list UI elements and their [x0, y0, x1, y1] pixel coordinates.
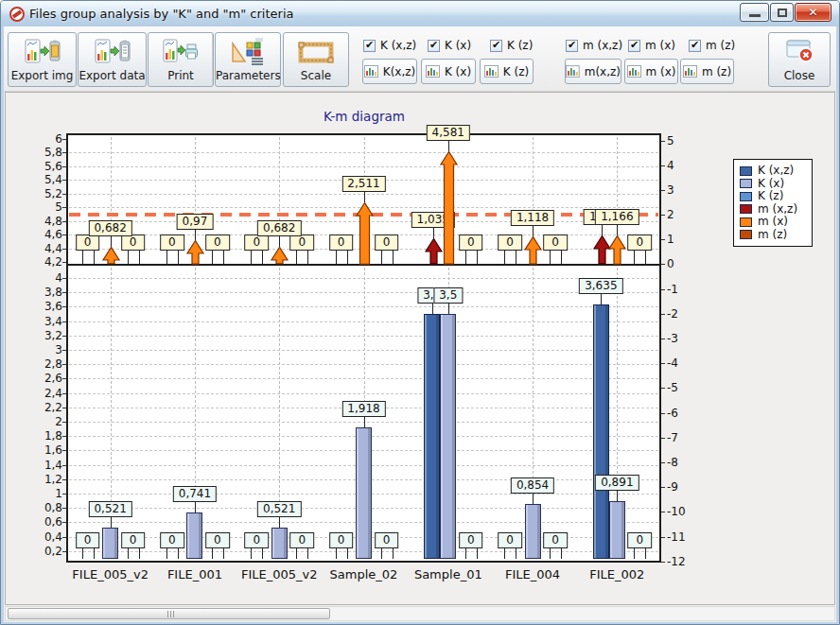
axis-tick: [62, 350, 66, 351]
axis-tick: [62, 479, 66, 480]
label-connector: [432, 304, 433, 314]
label-connector: [279, 236, 280, 247]
grid-line-h: [69, 378, 658, 379]
axis-label-left: 0,6: [30, 515, 62, 529]
legend-label: K (z): [758, 190, 783, 202]
axis-label-left: 5,2: [30, 187, 62, 200]
zero-leg: [504, 251, 505, 264]
zero-leg: [645, 251, 646, 264]
axis-label-right: 5: [667, 134, 674, 148]
axis-tick: [62, 321, 66, 322]
axis-tick: [62, 465, 66, 466]
legend-label: K (x,z): [758, 165, 794, 177]
axis-tick: [661, 314, 665, 315]
legend-label: m (z): [758, 229, 787, 241]
zero-leg: [550, 548, 551, 559]
axis-label-left: 2,8: [30, 357, 62, 371]
zero-leg: [262, 548, 263, 559]
zero-leg: [178, 251, 179, 264]
axis-tick: [62, 508, 66, 509]
legend-item: K (x): [740, 178, 806, 191]
scrollbar-thumb[interactable]: [8, 608, 330, 619]
axis-label-left: 0,4: [30, 530, 62, 544]
zero-leg: [251, 548, 252, 559]
zero-leg: [212, 251, 213, 264]
zero-leg: [634, 251, 635, 264]
grid-line-h: [69, 350, 658, 351]
value-label: 1,118: [511, 210, 554, 226]
axis-label-left: 3: [30, 343, 62, 356]
m-arrow: [524, 236, 542, 266]
axis-label-left: 1,4: [30, 459, 62, 472]
zero-leg: [139, 251, 140, 264]
legend-item: m (x): [740, 216, 806, 229]
zero-leg: [223, 548, 224, 559]
axis-label-right: -8: [667, 456, 678, 469]
zero-leg: [139, 548, 140, 559]
axis-tick: [62, 336, 66, 337]
axis-tick: [661, 487, 665, 488]
horizontal-scrollbar[interactable]: [5, 606, 835, 621]
zero-leg: [307, 251, 308, 264]
grid-line-h: [69, 152, 658, 153]
axis-label-left: 2: [30, 415, 62, 428]
axis-label-left: 3,4: [30, 315, 62, 328]
zero-leg: [82, 251, 83, 264]
zero-leg: [381, 251, 382, 264]
zero-leg: [223, 251, 224, 264]
axis-tick: [62, 422, 66, 423]
zero-label: 0: [329, 234, 354, 251]
axis-tick: [62, 537, 66, 538]
k-bar: [356, 427, 372, 559]
zero-leg: [296, 548, 297, 559]
x-axis-label: FILE_004: [505, 567, 560, 582]
zero-label: 0: [244, 234, 269, 251]
axis-tick: [661, 190, 665, 191]
axis-tick: [62, 393, 66, 394]
label-connector: [364, 192, 365, 202]
label-connector: [111, 236, 112, 247]
grid-line-h: [69, 306, 658, 307]
zero-leg: [212, 548, 213, 559]
value-label: 2,511: [341, 176, 385, 192]
axis-label-right: 0: [667, 257, 674, 270]
axis-tick: [661, 438, 665, 439]
legend-label: m (x,z): [758, 203, 797, 216]
zero-leg: [82, 548, 83, 559]
legend: K (x,z)K (x)K (z)m (x,z)m (x)m (z): [733, 159, 813, 247]
zero-label: 0: [543, 234, 568, 251]
k-bar: [593, 304, 609, 559]
axis-label-right: -12: [667, 555, 686, 568]
axis-tick: [62, 221, 66, 222]
zero-leg: [516, 251, 516, 264]
grid-line-h: [69, 364, 658, 365]
axis-label-left: 1,8: [30, 429, 62, 443]
axis-label-left: 5,6: [30, 160, 62, 173]
zero-leg: [262, 251, 263, 264]
axis-label-left: 4: [30, 271, 62, 285]
zero-label: 0: [121, 532, 146, 548]
zero-label: 0: [160, 234, 184, 251]
zero-leg: [178, 548, 179, 559]
zero-label: 0: [205, 234, 230, 251]
label-connector: [448, 304, 449, 314]
value-label: 0,741: [173, 486, 217, 502]
zero-leg: [561, 251, 562, 264]
axis-label-left: 4,6: [30, 228, 62, 241]
axis-label-right: 1: [667, 233, 674, 246]
axis-label-left: 1,2: [30, 473, 62, 486]
x-axis-label: Sample_02: [330, 567, 398, 582]
zero-label: 0: [628, 532, 653, 548]
x-axis-label: FILE_002: [589, 567, 644, 582]
axis-tick: [661, 413, 665, 414]
zero-leg: [347, 548, 348, 559]
axis-tick: [62, 139, 66, 140]
axis-label-right: -4: [667, 356, 678, 370]
axis-tick: [62, 450, 66, 451]
axis-tick: [661, 215, 665, 216]
label-connector: [617, 225, 618, 235]
k-bar: [525, 504, 541, 559]
axis-tick: [62, 522, 66, 523]
legend-swatch: [740, 204, 752, 214]
grid-line-h: [69, 278, 658, 279]
